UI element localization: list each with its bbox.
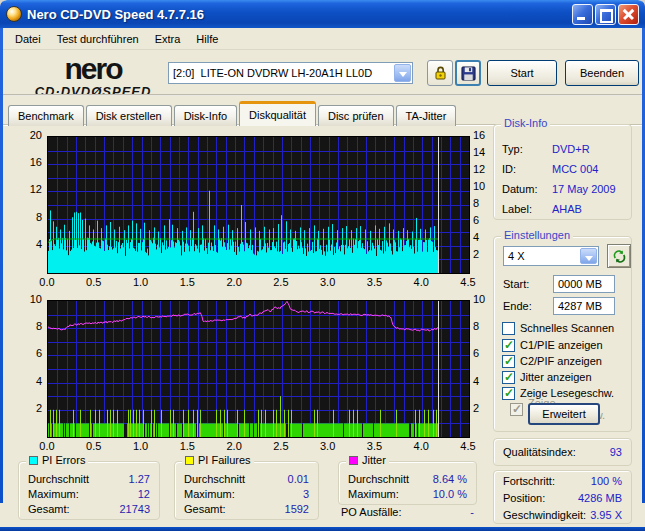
speed-value: 3.95 X (590, 509, 622, 521)
checkbox-label: C1/PIE anzeigen (520, 339, 603, 351)
window-title: Nero CD-DVD Speed 4.7.7.16 (27, 7, 572, 22)
pi-errors-avg-label: Durchschnitt (28, 473, 89, 485)
checkbox-box (502, 322, 515, 335)
axis-tick-label: 4 (14, 238, 42, 250)
po-failures-row: PO Ausfälle: - (341, 506, 474, 518)
axis-tick-label: 2.0 (222, 276, 246, 288)
drive-select-value: [2:0] LITE-ON DVDRW LH-20A1H LL0D (169, 67, 393, 79)
pi-errors-avg-value: 1.27 (129, 473, 150, 485)
axis-tick-label: 4.0 (409, 440, 433, 452)
tab-disc-pruefen[interactable]: Disc prüfen (318, 105, 394, 126)
quit-button[interactable]: Beenden (565, 60, 639, 86)
axis-tick-label: 2 (14, 402, 42, 414)
pi-errors-max-value: 12 (138, 488, 150, 500)
checkbox-label: C2/PIF anzeigen (520, 355, 602, 367)
menu-item-extra[interactable]: Extra (147, 31, 189, 47)
pi-errors-box: PI Errors Durchschnitt 1.27 Maximum: 12 … (18, 461, 160, 520)
app-window: Nero CD-DVD Speed 4.7.7.16 Datei Test du… (0, 0, 645, 531)
checkbox-label: Jitter anzeigen (520, 371, 592, 383)
axis-tick-label: 3.0 (316, 276, 340, 288)
maximize-button[interactable] (595, 4, 616, 25)
speed-select-value: 4 X (504, 250, 579, 262)
drive-select[interactable]: [2:0] LITE-ON DVDRW LH-20A1H LL0D (168, 62, 413, 84)
axis-tick-label: 4.0 (409, 276, 433, 288)
end-mb-label: Ende: (503, 300, 532, 312)
pi-errors-total-value: 21743 (119, 503, 150, 515)
menu-item-test-durchfuehren[interactable]: Test durchführen (49, 31, 147, 47)
logo-line1: nero (17, 54, 169, 84)
progress-value: 100 % (591, 475, 622, 487)
tab-disk-info[interactable]: Disk-Info (174, 105, 237, 126)
position-value: 4286 MB (578, 492, 622, 504)
pi-failures-max-value: 3 (303, 488, 309, 500)
tab-diskqualitaet[interactable]: Diskqualität (239, 101, 316, 126)
chevron-down-icon[interactable] (394, 64, 411, 82)
checkbox-c1-pie[interactable]: C1/PIE anzeigen (502, 338, 603, 352)
start-button[interactable]: Start (487, 60, 557, 86)
axis-tick-label: 1.0 (129, 276, 153, 288)
menu-item-hilfe[interactable]: Hilfe (188, 31, 226, 47)
pif-jitter-chart (47, 300, 470, 438)
pi-failures-box: PI Failures Durchschnitt 0.01 Maximum: 3… (174, 461, 319, 520)
pi-errors-swatch (29, 456, 38, 465)
jitter-title: Jitter (362, 454, 386, 466)
axis-tick-label: 4.5 (456, 440, 480, 452)
speed-select[interactable]: 4 X (503, 246, 599, 266)
refresh-button[interactable] (607, 244, 631, 268)
axis-tick-label: 8 (14, 211, 42, 223)
window-border-bottom (0, 527, 645, 531)
po-failures-value: - (470, 506, 474, 518)
disk-date-label: Datum: (502, 183, 552, 195)
axis-tick-label: 2.0 (222, 440, 246, 452)
disk-id-label: ID: (502, 163, 552, 175)
floppy-disk-icon (461, 66, 476, 81)
position-label: Position: (503, 492, 545, 504)
pi-failures-avg-value: 0.01 (288, 473, 309, 485)
jitter-max-label: Maximum: (348, 488, 399, 500)
start-mb-field[interactable] (553, 275, 615, 293)
lock-icon (432, 65, 448, 81)
jitter-avg-value: 8.64 % (433, 473, 467, 485)
axis-tick-label: 10 (14, 293, 42, 305)
window-border-left (0, 0, 3, 503)
jitter-max-value: 10.0 % (433, 488, 467, 500)
axis-tick-label: 1.5 (175, 276, 199, 288)
jitter-avg-label: Durchschnitt (348, 473, 409, 485)
checkbox-label: Schnelles Scannen (520, 322, 614, 334)
pi-failures-avg-label: Durchschnitt (184, 473, 245, 485)
checkbox-jitter[interactable]: Jitter anzeigen (502, 370, 592, 384)
settings-groupbox: Einstellungen 4 X Start: Ende: Schnelles… (493, 236, 632, 432)
drive-lock-button[interactable] (427, 60, 453, 86)
axis-tick-label: 6 (14, 347, 42, 359)
disk-date-value: 17 May 2009 (552, 183, 616, 195)
axis-tick-label: 0.5 (82, 276, 106, 288)
nero-logo: nero CD·DVDØSPEED (17, 54, 169, 98)
axis-tick-label: 4.5 (456, 276, 480, 288)
menu-item-datei[interactable]: Datei (7, 31, 49, 47)
tab-disk-erstellen[interactable]: Disk erstellen (86, 105, 172, 126)
save-button[interactable] (455, 60, 481, 86)
axis-tick-label: 16 (14, 156, 42, 168)
pi-failures-title: PI Failures (198, 454, 251, 466)
axis-tick-label: 2.5 (269, 276, 293, 288)
pi-errors-title: PI Errors (42, 454, 85, 466)
axis-tick-label: 8 (14, 320, 42, 332)
axis-tick-label: 0.0 (35, 276, 59, 288)
chevron-down-icon[interactable] (580, 248, 597, 264)
jitter-swatch (349, 456, 358, 465)
quality-index-box: Qualitätsindex: 93 (493, 438, 632, 466)
checkbox-schnelles-scannen[interactable]: Schnelles Scannen (502, 321, 614, 335)
po-failures-label: PO Ausfälle: (341, 506, 402, 518)
menubar: Datei Test durchführen Extra Hilfe (3, 28, 642, 50)
tab-ta-jitter[interactable]: TA-Jitter (396, 105, 457, 126)
checkbox-box (502, 371, 515, 384)
checkbox-c2-pif[interactable]: C2/PIF anzeigen (502, 354, 602, 368)
disk-info-groupbox: Disk-Info Typ: DVD+R ID: MCC 004 Datum: … (493, 124, 632, 220)
tab-benchmark[interactable]: Benchmark (8, 105, 84, 126)
end-mb-field[interactable] (553, 297, 615, 315)
axis-tick-label: 3.5 (362, 276, 386, 288)
advanced-button[interactable]: Erweitert (528, 403, 600, 425)
disk-type-value: DVD+R (552, 143, 590, 155)
close-button[interactable] (618, 4, 639, 25)
minimize-button[interactable] (572, 4, 593, 25)
